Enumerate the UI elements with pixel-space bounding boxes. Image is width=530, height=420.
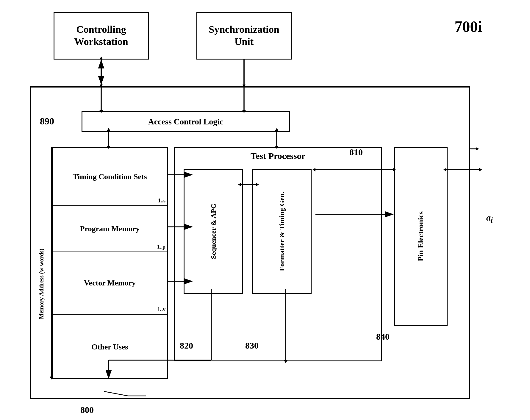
ref-820-label: 820 (180, 341, 193, 351)
access-control-logic-box: Access Control Logic (82, 111, 290, 132)
memory-sections-box: Timing Condition Sets 1..s Program Memor… (52, 147, 168, 379)
timing-condition-sets-label: Timing Condition Sets (70, 169, 150, 184)
sequencer-apg-box: Sequencer & APG (184, 169, 243, 294)
main-outer-box: 890 Access Control Logic Memory Address … (30, 86, 470, 399)
vector-memory-label: Vector Memory (81, 276, 139, 291)
ref-700i-label: 700i (455, 18, 482, 35)
svg-marker-63 (479, 168, 482, 171)
vector-memory-section: Vector Memory 1..v (53, 252, 167, 315)
access-control-logic-label: Access Control Logic (148, 117, 223, 127)
ref-800-label: 800 (80, 405, 94, 415)
timing-addr-label: 1..s (158, 198, 165, 204)
controlling-workstation-box: Controlling Workstation (54, 12, 149, 60)
other-uses-label: Other Uses (88, 340, 131, 355)
program-addr-label: 1..p (157, 244, 165, 250)
test-processor-label: Test Processor (251, 151, 305, 161)
controlling-workstation-label: Controlling Workstation (74, 24, 128, 48)
ref-830-label: 830 (245, 341, 259, 351)
memory-address-label: Memory Address (w words) (32, 198, 50, 370)
formatter-timing-label: Formatter & Timing Gen. (278, 192, 286, 271)
ref-890-label: 890 (40, 116, 54, 127)
test-processor-box: Test Processor Sequencer & APG Formatter… (174, 147, 382, 361)
formatter-timing-box: Formatter & Timing Gen. (252, 169, 312, 294)
pin-electronics-label: Pin Electronics (416, 211, 425, 261)
svg-marker-29 (476, 147, 479, 150)
pin-electronics-box: Pin Electronics (394, 147, 448, 326)
timing-condition-sets-section: Timing Condition Sets 1..s (53, 148, 167, 206)
ai-signal-label: ai (486, 213, 493, 224)
sequencer-apg-label: Sequencer & APG (210, 203, 218, 259)
ref-840-label: 840 (376, 332, 390, 342)
synchronization-unit-box: Synchronization Unit (196, 12, 292, 60)
ref-810-label: 810 (349, 147, 363, 157)
other-uses-section: Other Uses (53, 315, 167, 380)
program-memory-section: Program Memory 1..p (53, 206, 167, 252)
program-memory-label: Program Memory (77, 221, 143, 236)
synchronization-unit-label: Synchronization Unit (209, 24, 279, 48)
vector-addr-label: 1..v (157, 306, 165, 313)
